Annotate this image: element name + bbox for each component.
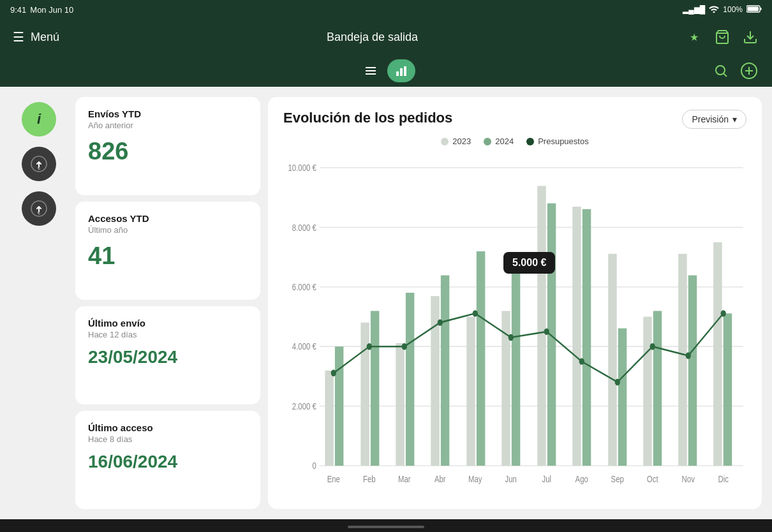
battery-icon	[746, 5, 762, 15]
card-envios-ytd: Envíos YTD Año anterior 826	[75, 97, 260, 195]
svg-rect-10	[404, 66, 406, 76]
dropdown-label: Previsión	[692, 114, 729, 124]
legend-2023: 2023	[441, 137, 471, 146]
svg-text:Mar: Mar	[398, 474, 411, 485]
svg-point-57	[367, 343, 372, 350]
svg-text:Dic: Dic	[718, 474, 729, 485]
svg-rect-53	[688, 276, 697, 466]
tab-chart[interactable]	[387, 59, 415, 82]
svg-rect-51	[653, 311, 662, 466]
svg-rect-54	[713, 242, 722, 466]
card-ultimo-envio: Último envío Hace 12 días 23/05/2024	[75, 306, 260, 404]
svg-text:€: €	[38, 166, 40, 170]
svg-rect-46	[572, 207, 581, 466]
svg-rect-39	[441, 276, 449, 466]
card-ultimo-acceso-subtitle: Hace 8 días	[88, 434, 248, 444]
legend-label-2023: 2023	[452, 137, 471, 146]
hamburger-icon[interactable]: ☰	[13, 29, 24, 45]
cards-column: Envíos YTD Año anterior 826 Accesos YTD …	[75, 97, 260, 509]
svg-rect-2	[761, 8, 762, 10]
chart-title: Evolución de los pedidos	[283, 110, 452, 126]
home-indicator	[348, 526, 424, 528]
svg-point-60	[473, 310, 478, 316]
legend-label-2024: 2024	[495, 137, 514, 146]
svg-line-12	[724, 74, 727, 77]
svg-text:0: 0	[313, 461, 316, 471]
svg-text:Jul: Jul	[542, 474, 551, 485]
signal-icon: ▂▄▆█	[683, 5, 705, 14]
svg-rect-44	[537, 186, 546, 466]
svg-text:Oct: Oct	[647, 474, 658, 485]
svg-rect-33	[335, 346, 343, 466]
svg-rect-41	[477, 251, 485, 466]
star-icon[interactable]: ★	[685, 28, 703, 46]
toggle-tabs	[357, 59, 415, 82]
svg-text:Nov: Nov	[682, 474, 695, 485]
card-accesos-ytd: Accesos YTD Último año 41	[75, 202, 260, 300]
cart-icon[interactable]	[713, 28, 731, 46]
card-envios-value: 826	[88, 138, 248, 165]
search-icon[interactable]	[711, 61, 731, 81]
card-accesos-title: Accesos YTD	[88, 213, 248, 224]
nav-right: ★	[685, 28, 759, 46]
chart-svg: .grid-line { stroke: #e0e0e0; stroke-wid…	[283, 151, 746, 499]
svg-text:Jun: Jun	[505, 474, 517, 485]
svg-point-63	[579, 358, 584, 364]
svg-text:10.000 €: 10.000 €	[288, 163, 316, 174]
download-icon[interactable]	[741, 28, 759, 46]
card-ultimo-acceso: Último acceso Hace 8 días 16/06/2024	[75, 411, 260, 509]
menu-label: Menú	[31, 31, 59, 44]
status-right: ▂▄▆█ 100%	[683, 5, 762, 15]
card-envios-subtitle: Año anterior	[88, 121, 248, 130]
svg-rect-52	[678, 254, 687, 466]
svg-rect-45	[547, 203, 556, 466]
previsión-dropdown[interactable]: Previsión ▾	[682, 110, 746, 129]
tab-list[interactable]	[357, 59, 385, 82]
status-date: Mon Jun 10	[30, 5, 73, 15]
svg-rect-49	[618, 329, 627, 466]
svg-text:€: €	[38, 211, 40, 215]
svg-point-61	[508, 334, 514, 341]
svg-text:2.000 €: 2.000 €	[292, 401, 316, 412]
svg-rect-32	[325, 371, 333, 466]
svg-rect-48	[608, 254, 616, 466]
wifi-icon	[709, 5, 719, 15]
chart-container: 5.000 € .grid-line { stroke: #e0e0e0; st…	[283, 151, 746, 499]
main-content: i € € Envíos YTD Año anterior 826 Acceso…	[0, 87, 772, 519]
battery-text: 100%	[723, 5, 743, 14]
chart-area: Evolución de los pedidos Previsión ▾ 202…	[268, 97, 762, 509]
nav-title: Bandeja de salida	[327, 31, 418, 44]
svg-text:Sep: Sep	[611, 474, 624, 485]
left-sidebar: i € €	[10, 97, 68, 509]
svg-point-66	[686, 352, 691, 358]
card-ultimo-acceso-title: Último acceso	[88, 422, 248, 433]
svg-text:Feb: Feb	[363, 474, 376, 485]
svg-text:May: May	[468, 474, 482, 485]
svg-rect-50	[643, 317, 651, 466]
status-bar: 9:41 Mon Jun 10 ▂▄▆█ 100%	[0, 0, 772, 19]
chart-legend: 2023 2024 Presupuestos	[283, 137, 746, 146]
card-accesos-value: 41	[88, 242, 248, 270]
card-ultimo-envio-value: 23/05/2024	[88, 347, 248, 367]
upload-button-2[interactable]: €	[22, 191, 56, 226]
svg-rect-36	[396, 343, 404, 466]
svg-rect-1	[748, 6, 759, 11]
info-button[interactable]: i	[22, 102, 56, 137]
svg-point-56	[331, 370, 336, 376]
card-accesos-subtitle: Último año	[88, 225, 248, 235]
svg-text:Ene: Ene	[327, 474, 340, 485]
upload-button-1[interactable]: €	[22, 147, 56, 181]
svg-point-58	[402, 343, 407, 350]
plus-icon[interactable]	[739, 61, 759, 81]
svg-text:Ago: Ago	[575, 474, 588, 485]
nav-left[interactable]: ☰ Menú	[13, 29, 59, 45]
svg-point-67	[721, 310, 726, 316]
legend-label-presupuestos: Presupuestos	[538, 137, 589, 146]
svg-point-65	[650, 343, 655, 350]
legend-dot-presupuestos	[526, 138, 534, 145]
status-time: 9:41	[10, 5, 26, 15]
svg-rect-55	[724, 313, 732, 466]
svg-text:4.000 €: 4.000 €	[292, 341, 316, 352]
svg-point-62	[544, 329, 549, 335]
legend-2024: 2024	[484, 137, 514, 146]
